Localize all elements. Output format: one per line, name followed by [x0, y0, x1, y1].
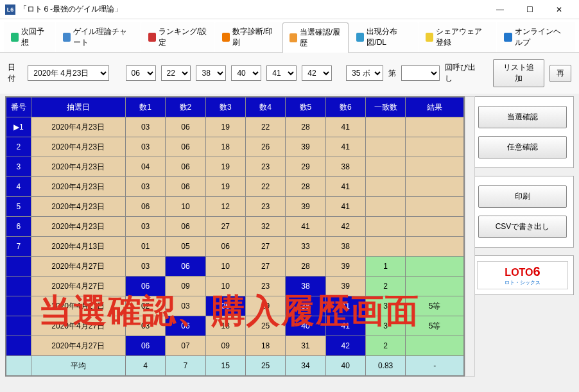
table-row[interactable]: 2020年4月27日0609102338392 [6, 277, 464, 296]
vertical-scrollbar[interactable] [465, 96, 475, 377]
cell-result: 5等 [406, 296, 464, 316]
table-row[interactable]: 42020年4月23日030619222841 [6, 177, 464, 197]
date-select[interactable]: 2020年 4月23日 [28, 65, 109, 81]
cell-num: 03 [125, 316, 165, 336]
cell-num: 19 [205, 117, 245, 137]
tab-icon [426, 33, 433, 42]
cell-match [365, 197, 405, 217]
csv-export-button[interactable]: CSVで書き出し [478, 216, 567, 238]
col-header: 数1 [125, 98, 165, 117]
close-button[interactable]: ✕ [544, 0, 574, 19]
tab-2[interactable]: ランキング/設定 [141, 22, 214, 52]
table-row[interactable]: 2020年4月27日02030629384135等 [6, 296, 464, 316]
tab-label: 数字診断/印刷 [232, 26, 274, 48]
tab-label: オンラインヘルプ [515, 26, 568, 48]
export-panel: 印刷 CSVで書き出し [471, 176, 574, 248]
logo-panel: LOTO6 ロト・シックス [471, 255, 574, 295]
cell-num: 41 [325, 177, 365, 197]
avg-match: 0.83 [365, 356, 405, 376]
table-row[interactable]: 2020年4月27日0607091831422 [6, 336, 464, 356]
table-row[interactable]: 2020年4月27日03061825404135等 [6, 316, 464, 336]
confirm-win-button[interactable]: 当選確認 [478, 106, 567, 128]
col-header: 数5 [286, 98, 325, 117]
tab-1[interactable]: ゲイル理論チャート [56, 22, 141, 52]
num4-select[interactable]: 40 [231, 65, 261, 81]
cell-num: 03 [125, 117, 165, 137]
cell-num: 27 [205, 217, 245, 237]
tab-6[interactable]: シェアウェア登録 [419, 22, 497, 52]
num1-select[interactable]: 06 [126, 65, 156, 81]
table-row[interactable]: 72020年4月13日010506273338 [6, 237, 464, 257]
minimize-button[interactable]: — [485, 0, 515, 19]
cell-num: 29 [286, 157, 325, 177]
cell-num: 02 [125, 296, 165, 316]
cell-num: 19 [205, 157, 245, 177]
cell-num: 23 [245, 277, 285, 296]
cell-date: 2020年4月27日 [31, 277, 125, 296]
tab-7[interactable]: オンラインヘルプ [497, 22, 575, 52]
cell-num: 03 [125, 177, 165, 197]
cell-num: 38 [286, 296, 325, 316]
cell-date: 2020年4月23日 [31, 177, 125, 197]
bonus-select[interactable]: 35 ボ [346, 65, 383, 81]
avg-cell: 15 [205, 356, 245, 376]
num6-select[interactable]: 42 [302, 65, 332, 81]
tab-label: ゲイル理論チャート [73, 26, 134, 48]
col-header: 数3 [205, 98, 245, 117]
cell-result [406, 177, 464, 197]
row-number: 5 [6, 197, 31, 217]
tab-label: 出現分布図/DL [367, 26, 410, 48]
kai-select[interactable] [401, 65, 440, 81]
toolbar: 日付 2020年 4月23日 06 22 38 40 41 42 35 ボ 第 … [0, 53, 579, 94]
cell-num: 41 [325, 316, 365, 336]
avg-cell: 25 [245, 356, 285, 376]
cell-num: 29 [245, 296, 285, 316]
cell-num: 33 [286, 237, 325, 257]
print-button[interactable]: 印刷 [478, 185, 567, 208]
cell-match [365, 137, 405, 157]
tab-bar: 次回予想ゲイル理論チャートランキング/設定数字診断/印刷当選確認/履歴出現分布図… [0, 19, 579, 53]
cell-num: 01 [125, 237, 165, 257]
tab-0[interactable]: 次回予想 [4, 22, 55, 52]
row-number: 6 [6, 217, 31, 237]
row-number: 4 [6, 177, 31, 197]
col-header: 数2 [166, 98, 205, 117]
tab-label: 次回予想 [21, 26, 48, 48]
cell-num: 12 [205, 197, 245, 217]
table-row[interactable]: ▶12020年4月23日030619222841 [6, 117, 464, 137]
tab-3[interactable]: 数字診断/印刷 [215, 22, 282, 52]
cell-num: 27 [245, 257, 285, 277]
cell-num: 18 [205, 137, 245, 157]
cell-num: 39 [286, 197, 325, 217]
avg-cell: 7 [166, 356, 205, 376]
cell-num: 06 [205, 237, 245, 257]
table-row[interactable]: 62020年4月23日030627324142 [6, 217, 464, 237]
confirm-any-button[interactable]: 任意確認 [478, 136, 567, 158]
num3-select[interactable]: 38 [196, 65, 226, 81]
num2-select[interactable]: 22 [161, 65, 191, 81]
cell-date: 2020年4月23日 [31, 137, 125, 157]
table-row[interactable]: 52020年4月23日061012233941 [6, 197, 464, 217]
cell-num: 31 [286, 336, 325, 356]
cell-result [406, 336, 464, 356]
row-number: 2 [6, 137, 31, 157]
table-row[interactable]: 22020年4月23日030618263941 [6, 137, 464, 157]
tab-4[interactable]: 当選確認/履歴 [282, 22, 349, 53]
tab-5[interactable]: 出現分布図/DL [349, 22, 418, 52]
cell-result [406, 257, 464, 277]
redo-button[interactable]: 再 [549, 65, 571, 82]
avg-result: - [406, 356, 464, 376]
cell-num: 06 [166, 177, 205, 197]
cell-num: 07 [166, 336, 205, 356]
table-row[interactable]: 32020年4月23日040619232938 [6, 157, 464, 177]
list-add-button[interactable]: リスト追加 [493, 59, 544, 87]
cell-num: 38 [325, 237, 365, 257]
cell-date: 2020年4月23日 [31, 217, 125, 237]
cell-num: 06 [205, 296, 245, 316]
maximize-button[interactable]: ☐ [515, 0, 544, 19]
cell-num: 03 [125, 137, 165, 157]
table-row[interactable]: 2020年4月27日0306102728391 [6, 257, 464, 277]
cell-match: 3 [365, 296, 405, 316]
col-header: 数6 [325, 98, 365, 117]
num5-select[interactable]: 41 [266, 65, 297, 81]
